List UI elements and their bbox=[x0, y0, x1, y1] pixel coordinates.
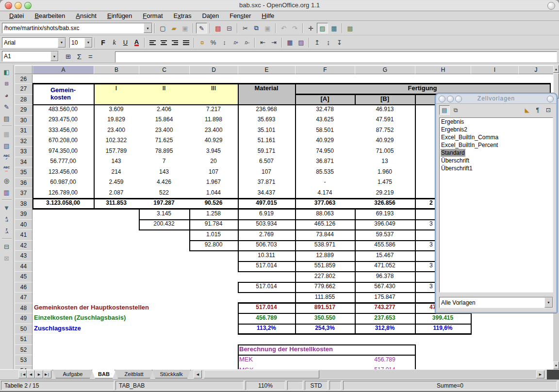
draw-functions-icon[interactable]: ✎ bbox=[1, 101, 12, 112]
cell-reference-input[interactable] bbox=[2, 52, 50, 60]
row-header-53[interactable]: 53 bbox=[15, 355, 33, 366]
paste-icon[interactable]: ▣ bbox=[263, 23, 273, 33]
cell-D30[interactable]: 11.898 bbox=[189, 115, 238, 126]
page-styles-icon[interactable]: ⧉ bbox=[451, 106, 460, 114]
cell-C39[interactable]: 3.145 bbox=[139, 209, 189, 219]
panel-help-icon[interactable] bbox=[547, 96, 554, 102]
cell-G53[interactable]: 456.789 bbox=[355, 355, 415, 365]
selection-mode-field[interactable]: STD bbox=[305, 381, 328, 390]
cell-F32[interactable]: 40.929 bbox=[295, 136, 355, 147]
cell-F40[interactable]: 465.126 bbox=[295, 219, 355, 230]
add-decimal-icon[interactable]: .0+ bbox=[230, 38, 241, 48]
row-header-38[interactable]: 38 bbox=[15, 198, 33, 210]
cell-F44[interactable]: 551.859 bbox=[295, 261, 355, 272]
cell-B30[interactable]: 19.829 bbox=[94, 115, 139, 126]
hscroll-track[interactable] bbox=[319, 370, 536, 378]
cell-D33[interactable]: 3.945 bbox=[189, 146, 238, 157]
cell-F48[interactable]: 891.517 bbox=[295, 303, 355, 313]
cell-E48[interactable]: 517.014 bbox=[238, 303, 295, 313]
cell-E43[interactable]: 10.311 bbox=[238, 250, 295, 261]
open-folder-icon[interactable]: ▰ bbox=[169, 23, 179, 33]
column-header-E[interactable]: E bbox=[238, 65, 296, 74]
cell-E52[interactable]: Berechnung der Herstellkosten bbox=[238, 344, 295, 355]
edit-file-icon[interactable]: ✎ bbox=[196, 23, 207, 33]
cell-A29[interactable]: 483.560,00 bbox=[33, 104, 94, 115]
cell-G54[interactable]: 517.014 bbox=[355, 365, 415, 370]
cell-C35[interactable]: 143 bbox=[139, 167, 189, 178]
cell-C36[interactable]: 4.426 bbox=[139, 178, 189, 188]
cell-E34[interactable]: 6.507 bbox=[238, 157, 295, 167]
cell-B37[interactable]: 2.087 bbox=[94, 188, 139, 198]
sheet-tab-bab[interactable]: BAB bbox=[92, 370, 116, 378]
number-currency-icon[interactable]: ¤ bbox=[197, 38, 207, 48]
style-filter-combo[interactable]: ▼ bbox=[439, 297, 553, 308]
cell-F27[interactable]: Fertigung bbox=[295, 83, 550, 94]
cell-E54[interactable]: MGK bbox=[238, 365, 295, 370]
cell-C32[interactable]: 71.625 bbox=[139, 136, 189, 147]
column-header-H[interactable]: H bbox=[415, 65, 471, 74]
formula-input-line[interactable] bbox=[115, 51, 557, 63]
cell-B35[interactable]: 214 bbox=[94, 167, 139, 178]
print-icon[interactable]: ⊟ bbox=[224, 23, 234, 33]
cell-G46[interactable]: 567.430 bbox=[355, 282, 415, 293]
cut-icon[interactable]: ✂ bbox=[240, 23, 250, 33]
cell-E36[interactable]: 37.871 bbox=[238, 178, 295, 188]
row-header-51[interactable]: 51 bbox=[15, 334, 33, 345]
cell-E49[interactable]: 456.789 bbox=[238, 313, 295, 324]
url-combo[interactable]: ▼ bbox=[2, 23, 152, 33]
delete-decimal-icon[interactable]: .0− bbox=[242, 38, 252, 48]
cell-A30[interactable]: 293.475,00 bbox=[33, 115, 94, 126]
cell-B32[interactable]: 102.322 bbox=[94, 136, 139, 147]
cell-C37[interactable]: 522 bbox=[139, 188, 189, 198]
cell-D41[interactable]: 1.015 bbox=[189, 229, 238, 240]
hscroll-thumb[interactable] bbox=[204, 370, 319, 378]
sort-ascending-icon[interactable]: A↓Z bbox=[1, 214, 12, 225]
last-sheet-icon[interactable]: ▶❘ bbox=[43, 370, 51, 378]
styles-list[interactable]: ErgebnisErgebnis2Excel_BuiltIn_CommaExce… bbox=[439, 117, 553, 293]
cell-F46[interactable]: 779.662 bbox=[295, 282, 355, 293]
new-style-icon[interactable]: ¶ bbox=[533, 106, 543, 114]
cell-D31[interactable]: 23.400 bbox=[189, 125, 238, 136]
cell-G45[interactable]: 96.378 bbox=[355, 271, 415, 282]
cell-styles-icon[interactable]: ▤ bbox=[439, 105, 450, 115]
valign-center-icon[interactable]: ↨ bbox=[323, 38, 333, 48]
valign-bottom-icon[interactable]: ↧ bbox=[334, 38, 345, 48]
style-item-überschrift[interactable]: Überschrift bbox=[440, 157, 553, 164]
row-header-32[interactable]: 32 bbox=[15, 136, 33, 147]
column-header-J[interactable]: J bbox=[518, 65, 553, 74]
cell-G28[interactable]: [B] bbox=[355, 94, 415, 105]
cell-G36[interactable]: 1.475 bbox=[355, 178, 415, 188]
spellcheck-icon[interactable]: ABC✓ bbox=[1, 152, 12, 163]
cell-G41[interactable]: 59.537 bbox=[355, 229, 415, 240]
cell-E46[interactable]: 517.014 bbox=[238, 282, 295, 293]
cell-E41[interactable]: 2.769 bbox=[238, 229, 295, 240]
cell-A35[interactable]: 123.456,00 bbox=[33, 167, 94, 178]
font-color-icon[interactable]: A bbox=[134, 39, 139, 46]
insert-chart-icon[interactable]: ◕ bbox=[1, 90, 12, 100]
cell-E42[interactable]: 506.703 bbox=[238, 240, 295, 251]
window-resize-corner[interactable] bbox=[547, 370, 559, 379]
cell-F29[interactable]: 32.478 bbox=[295, 104, 355, 115]
menu-ansicht[interactable]: Ansicht bbox=[70, 12, 102, 20]
navigator-icon[interactable]: ✛ bbox=[306, 23, 316, 33]
cell-F35[interactable]: 85.535 bbox=[295, 167, 355, 178]
cell-E40[interactable]: 503.934 bbox=[238, 219, 295, 230]
cell-G37[interactable]: 29.219 bbox=[355, 188, 415, 198]
decrease-indent-icon[interactable]: ⇤ bbox=[258, 38, 268, 48]
cell-G47[interactable]: 175.847 bbox=[355, 292, 415, 303]
cell-G33[interactable]: 71.005 bbox=[355, 146, 415, 157]
number-percent-icon[interactable]: % bbox=[208, 38, 218, 48]
function-icon[interactable]: = bbox=[85, 51, 96, 61]
copy-icon[interactable]: ⧉ bbox=[251, 23, 262, 33]
style-item-überschrift1[interactable]: Überschrift1 bbox=[440, 164, 553, 172]
cell-D32[interactable]: 40.929 bbox=[189, 136, 238, 147]
cell-F49[interactable]: 350.550 bbox=[295, 313, 355, 324]
column-header-A[interactable]: A bbox=[33, 65, 94, 74]
export-pdf-icon[interactable]: ▤ bbox=[213, 23, 223, 33]
cell-E29[interactable]: 236.968 bbox=[238, 104, 295, 115]
row-header-34[interactable]: 34 bbox=[15, 157, 33, 168]
row-header-37[interactable]: 37 bbox=[15, 188, 33, 199]
find-icon[interactable]: ◎ bbox=[1, 175, 12, 186]
font-name-combo[interactable]: ▼ bbox=[2, 37, 66, 48]
style-item-standard[interactable]: Standard bbox=[440, 149, 553, 157]
